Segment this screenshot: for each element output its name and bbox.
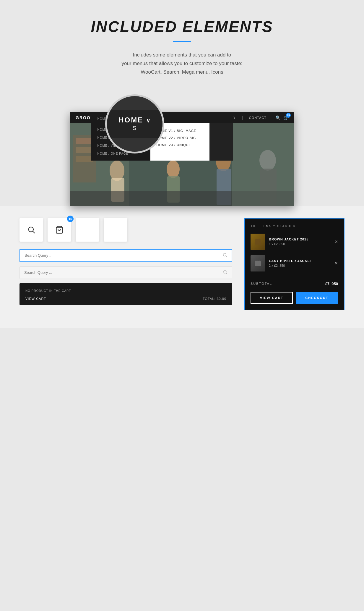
cart-item-2: EASY HIPSTER JACKET 2 x £2, 350 ✕ [251, 255, 338, 271]
thumb-brown [251, 234, 265, 250]
cart-item-2-price: 2 x £2, 350 [269, 264, 331, 267]
subtitle: Includes some elements that you can add … [6, 51, 358, 77]
view-cart-link-dark[interactable]: VIEW CART [25, 297, 46, 300]
search-box-gray [20, 266, 232, 279]
icon-box-3[interactable] [76, 218, 99, 242]
svg-point-16 [29, 227, 33, 232]
browser-frame: GROOVY HOME / BASIC HOME / VER... HOME /… [70, 112, 294, 206]
search-icon-blue [222, 253, 227, 258]
zoom-secondary-label: S [132, 125, 137, 131]
svg-rect-13 [76, 138, 93, 144]
view-cart-button[interactable]: VIEW CART [251, 292, 293, 304]
cart-item-1: BROWN JACKET 2015 1 x £2, 350 ✕ [251, 234, 338, 250]
zoom-circle-content: HOME ∨ S [107, 110, 162, 138]
cart-nav-badge: 15 [286, 113, 291, 118]
menu-item-home-v3[interactable]: HOME V3 / UNIQUE [156, 141, 204, 148]
search-nav-icon[interactable]: 🔍 [275, 115, 280, 120]
cart-buttons: VIEW CART CHECKOUT [251, 292, 338, 304]
cart-item-1-thumb [251, 234, 265, 250]
zoom-home-label: HOME ∨ [118, 116, 151, 124]
cart-item-2-remove[interactable]: ✕ [334, 261, 338, 266]
browser-navbar: GROOVY HOME / BASIC HOME / VER... HOME /… [70, 112, 294, 123]
search-icon-box[interactable] [20, 218, 43, 242]
jacket-icon-2 [254, 259, 262, 268]
bag-icon-badge: 15 [67, 216, 74, 222]
header-section: INCLUDED ELEMENTS Includes some elements… [0, 0, 364, 88]
nav-icons: 🔍 🛒 15 [275, 115, 288, 120]
bag-icon-box[interactable]: 15 [48, 218, 71, 242]
cart-subtotal: SUBTOTAL £7, 050 [251, 282, 338, 286]
svg-rect-11 [232, 123, 294, 206]
subtotal-amount: £7, 050 [325, 282, 338, 286]
svg-rect-15 [76, 156, 93, 162]
zoom-circle: HOME ∨ S [105, 94, 164, 153]
checkout-button[interactable]: CHECKOUT [296, 292, 338, 304]
svg-rect-14 [76, 147, 93, 153]
thumb-gray [251, 255, 265, 271]
nav-contact[interactable]: CONTACT [249, 116, 266, 119]
cart-dark-footer: VIEW CART TOTAL: £0.00 [25, 297, 226, 300]
elements-section: 15 [0, 206, 364, 328]
icon-box-4[interactable] [104, 218, 127, 242]
svg-point-19 [223, 253, 226, 256]
left-column: 15 [20, 218, 232, 305]
search-icon-gray [223, 270, 228, 276]
svg-line-20 [226, 256, 227, 257]
search-input-blue[interactable] [25, 253, 222, 258]
subtitle-line1: Includes some elements that you can add … [133, 52, 231, 58]
subtitle-line2: your menus that allows you to customize … [121, 61, 242, 66]
svg-point-4 [167, 160, 180, 178]
cart-item-1-price: 1 x £2, 350 [269, 242, 331, 246]
cart-item-2-info: EASY HIPSTER JACKET 2 x £2, 350 [269, 259, 331, 267]
search-input-gray[interactable] [24, 270, 223, 275]
cart-item-2-name: EASY HIPSTER JACKET [269, 259, 331, 263]
svg-point-2 [110, 160, 124, 181]
cart-total-dark: TOTAL: £0.00 [203, 297, 226, 300]
search-icon [27, 226, 35, 234]
cart-nav-icon[interactable]: 🛒 15 [283, 115, 288, 120]
svg-line-22 [226, 273, 227, 274]
jacket-icon-1 [254, 237, 262, 246]
svg-line-17 [33, 231, 35, 233]
cart-panel: THE ITEMS YOU ADDED BROWN JACKET 2015 1 … [244, 218, 344, 310]
no-product-text: NO PRODUCT IN THE CART [25, 289, 226, 292]
title-underline [173, 41, 191, 42]
menu-item-home-v2[interactable]: HOME V2 / VIDEO BIG [156, 134, 204, 141]
bag-icon [55, 226, 64, 234]
cart-panel-title: THE ITEMS YOU ADDED [251, 224, 338, 228]
cart-item-1-info: BROWN JACKET 2015 1 x £2, 350 [269, 237, 331, 246]
search-box-blue [20, 249, 232, 262]
icon-row: 15 [20, 218, 232, 242]
elements-inner: 15 [20, 218, 344, 310]
cart-dark-widget: NO PRODUCT IN THE CART VIEW CART TOTAL: … [20, 283, 232, 305]
cart-item-2-thumb [251, 255, 265, 271]
svg-point-21 [224, 270, 226, 273]
page-title: INCLUDED ELEMENTS [6, 18, 358, 35]
cart-item-1-remove[interactable]: ✕ [334, 239, 338, 244]
cart-divider [251, 277, 338, 277]
subtotal-label: SUBTOTAL [251, 282, 272, 285]
subtitle-line3: WooCart, Search, Mega menu, Icons [141, 69, 223, 75]
cart-item-1-name: BROWN JACKET 2015 [269, 237, 331, 241]
